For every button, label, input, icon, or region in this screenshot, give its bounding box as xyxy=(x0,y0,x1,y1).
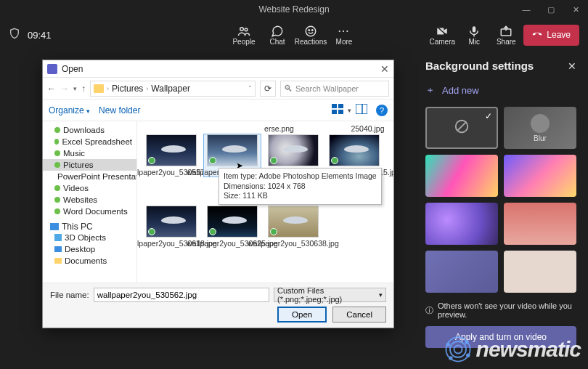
background-option-1[interactable] xyxy=(425,155,498,197)
cube-icon xyxy=(54,234,62,241)
background-option-6[interactable] xyxy=(504,251,576,293)
tree-node[interactable]: Videos xyxy=(43,182,136,194)
breadcrumb[interactable]: Wallpaper xyxy=(151,84,190,94)
panel-close-icon[interactable]: ✕ xyxy=(568,60,576,72)
svg-rect-13 xyxy=(332,110,337,114)
view-mode-button[interactable] xyxy=(332,104,343,116)
preview-pane-button[interactable] xyxy=(356,104,367,116)
apply-button[interactable]: Apply and turn on video xyxy=(425,326,576,348)
folder-icon xyxy=(54,258,62,264)
file-item[interactable]: wallpaper2you_530638.jpg xyxy=(265,206,322,248)
share-button[interactable]: Share xyxy=(491,25,520,46)
file-thumbnail xyxy=(268,134,319,166)
background-option-3[interactable] xyxy=(425,203,498,245)
nav-up-icon[interactable]: ↑ xyxy=(81,84,86,94)
info-icon: ⓘ xyxy=(425,305,433,316)
svg-point-2 xyxy=(306,26,316,36)
chat-button[interactable]: Chat xyxy=(263,25,292,46)
file-label: 25040.jpg xyxy=(348,124,388,133)
tree-node[interactable]: Music xyxy=(43,147,136,159)
smiley-icon xyxy=(304,25,317,38)
reactions-button[interactable]: Reactions xyxy=(296,25,325,46)
add-new-button[interactable]: ＋ Add new xyxy=(425,84,576,97)
file-name-label: File name: xyxy=(50,291,89,299)
search-icon: 🔍︎ xyxy=(284,84,293,94)
chevron-down-icon[interactable]: ˅ xyxy=(248,85,252,92)
share-icon xyxy=(499,25,513,38)
file-thumbnail xyxy=(268,206,319,238)
file-thumbnail xyxy=(329,134,380,166)
tree-this-pc[interactable]: This PC xyxy=(43,222,136,232)
tree-node[interactable]: Downloads xyxy=(43,124,136,136)
tree-node[interactable]: PowerPoint Presentations xyxy=(43,171,136,182)
folder-tree[interactable]: Downloads Excel Spreadsheet Music Pictur… xyxy=(43,121,137,283)
svg-rect-12 xyxy=(338,104,343,108)
sync-ok-icon xyxy=(209,157,216,164)
svg-point-1 xyxy=(245,28,248,31)
nav-recent-icon[interactable]: ▾ xyxy=(73,85,77,92)
sync-ok-icon xyxy=(331,157,338,164)
svg-point-3 xyxy=(309,29,310,31)
close-button[interactable]: ✕ xyxy=(563,0,588,19)
background-option-blur[interactable]: Blur xyxy=(504,107,576,149)
tree-node[interactable]: 3D Objects xyxy=(43,232,136,243)
app-title: Website Redesign xyxy=(258,4,329,15)
tree-node-selected[interactable]: Pictures xyxy=(43,159,136,171)
background-option-4[interactable] xyxy=(504,203,576,245)
chat-icon xyxy=(271,25,284,38)
nav-forward-icon[interactable]: → xyxy=(60,84,69,94)
more-button[interactable]: ⋯ More xyxy=(330,25,359,46)
minimize-button[interactable]: — xyxy=(514,0,539,19)
leave-button[interactable]: Leave xyxy=(523,25,579,46)
tree-node[interactable]: Word Documents xyxy=(43,206,136,217)
nav-back-icon[interactable]: ← xyxy=(47,84,56,94)
sync-ok-icon xyxy=(270,228,277,235)
cancel-button[interactable]: Cancel xyxy=(332,307,386,323)
svg-point-4 xyxy=(312,29,314,31)
background-option-2[interactable] xyxy=(504,155,576,197)
refresh-button[interactable]: ⟳ xyxy=(260,81,276,97)
svg-line-10 xyxy=(457,122,467,131)
file-thumbnail xyxy=(207,134,258,166)
preview-note: ⓘ Others won't see your video while you … xyxy=(425,301,576,319)
svg-point-0 xyxy=(240,27,244,31)
mic-icon xyxy=(467,25,481,38)
address-bar[interactable]: › Pictures › Wallpaper ˅ xyxy=(90,81,256,97)
file-tooltip: Item type: Adobe Photoshop Elements Imag… xyxy=(219,168,382,205)
sync-ok-icon xyxy=(270,157,277,164)
new-folder-button[interactable]: New folder xyxy=(99,105,140,115)
mic-button[interactable]: Mic xyxy=(460,25,489,46)
plus-icon: ＋ xyxy=(425,84,435,97)
maximize-button[interactable]: ▢ xyxy=(539,0,563,19)
search-input[interactable]: 🔍︎ Search Wallpaper xyxy=(280,81,389,97)
svg-rect-6 xyxy=(473,26,476,32)
avatar-icon xyxy=(531,114,550,133)
file-label: erse.png xyxy=(259,124,299,133)
dialog-close-icon[interactable]: ✕ xyxy=(380,63,389,75)
file-type-filter[interactable]: Custom Files (*.png;*.jpeg;*.jpg) xyxy=(274,288,386,302)
desktop-icon xyxy=(54,246,62,252)
more-icon: ⋯ xyxy=(338,25,351,38)
dialog-title: Open xyxy=(62,64,83,74)
camera-button[interactable]: Camera xyxy=(428,25,457,46)
organize-menu[interactable]: Organize ▾ xyxy=(49,105,90,115)
file-name-input[interactable] xyxy=(94,288,269,302)
file-thumbnail xyxy=(146,134,197,166)
people-button[interactable]: People xyxy=(229,25,258,46)
open-button[interactable]: Open xyxy=(277,307,327,323)
app-icon xyxy=(47,64,57,74)
sync-ok-icon xyxy=(148,228,155,235)
tree-node[interactable]: Desktop xyxy=(43,243,136,255)
tree-node[interactable]: Documents xyxy=(43,255,136,267)
background-option-5[interactable] xyxy=(425,251,498,293)
meeting-timer: 09:41 xyxy=(28,30,52,41)
tree-node[interactable]: Websites xyxy=(43,194,136,206)
file-thumbnail xyxy=(207,206,258,238)
background-option-none[interactable]: ✓ xyxy=(425,107,498,149)
breadcrumb[interactable]: Pictures xyxy=(112,84,143,94)
tree-node[interactable]: Excel Spreadsheet xyxy=(43,136,136,147)
app-titlebar: Website Redesign — ▢ ✕ xyxy=(0,0,588,19)
help-button[interactable]: ? xyxy=(376,105,388,116)
svg-rect-14 xyxy=(338,110,343,114)
file-list: erse.png 25040.jpg wallpaper2you_530557.… xyxy=(137,121,393,283)
